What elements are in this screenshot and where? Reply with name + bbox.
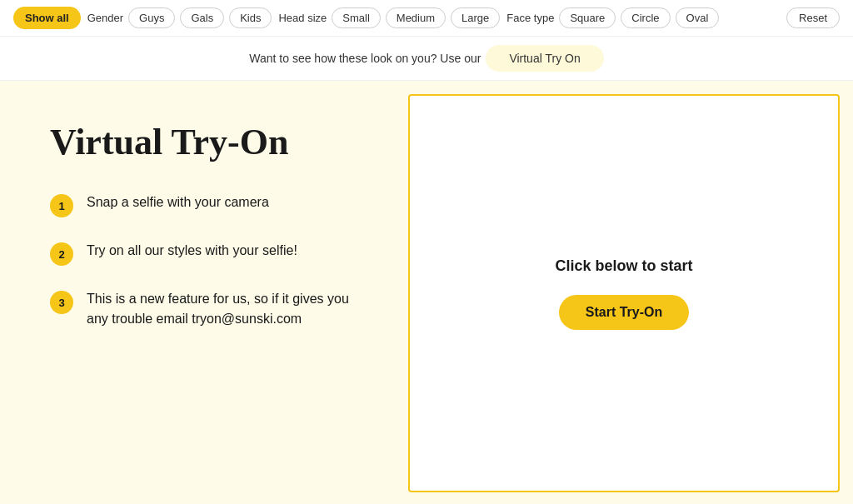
start-try-on-button[interactable]: Start Try-On	[559, 295, 689, 330]
filter-circle[interactable]: Circle	[621, 7, 670, 28]
facetype-filter-group: Face type Square Circle Oval	[506, 7, 719, 28]
right-panel: Click below to start Start Try-On	[408, 94, 840, 492]
try-on-banner: Want to see how these look on you? Use o…	[0, 37, 853, 81]
left-panel: Virtual Try-On 1 Snap a selfie with your…	[0, 81, 408, 504]
filter-large[interactable]: Large	[451, 7, 500, 28]
headsize-label: Head size	[278, 12, 327, 24]
filter-bar: Show all Gender Guys Gals Kids Head size…	[0, 0, 853, 37]
banner-text: Want to see how these look on you? Use o…	[249, 52, 481, 65]
step-text-1: Snap a selfie with your camera	[87, 192, 269, 212]
step-number-3: 3	[50, 291, 73, 314]
show-all-button[interactable]: Show all	[13, 7, 81, 29]
step-number-2: 2	[50, 242, 73, 266]
filter-small[interactable]: Small	[332, 7, 381, 28]
headsize-filter-group: Head size Small Medium Large	[278, 7, 500, 28]
filter-gals[interactable]: Gals	[180, 7, 224, 28]
reset-button[interactable]: Reset	[786, 7, 840, 28]
filter-guys[interactable]: Guys	[128, 7, 175, 28]
filter-medium[interactable]: Medium	[386, 7, 446, 28]
step-item-2: 2 Try on all our styles with your selfie…	[50, 241, 367, 266]
page-title: Virtual Try-On	[50, 122, 367, 162]
filter-kids[interactable]: Kids	[229, 7, 272, 28]
step-list: 1 Snap a selfie with your camera 2 Try o…	[50, 192, 367, 329]
filter-oval[interactable]: Oval	[676, 7, 720, 28]
gender-label: Gender	[87, 12, 123, 24]
step-item-1: 1 Snap a selfie with your camera	[50, 192, 367, 217]
step-item-3: 3 This is a new feature for us, so if it…	[50, 289, 367, 329]
step-text-3: This is a new feature for us, so if it g…	[87, 289, 367, 329]
filter-square[interactable]: Square	[559, 7, 616, 28]
facetype-label: Face type	[506, 12, 554, 24]
gender-filter-group: Gender Guys Gals Kids	[87, 7, 272, 28]
step-number-1: 1	[50, 194, 73, 217]
step-text-2: Try on all our styles with your selfie!	[87, 241, 297, 261]
main-content: Virtual Try-On 1 Snap a selfie with your…	[0, 81, 853, 504]
click-to-start-label: Click below to start	[555, 257, 692, 275]
banner-try-on-button[interactable]: Virtual Try On	[486, 45, 603, 72]
